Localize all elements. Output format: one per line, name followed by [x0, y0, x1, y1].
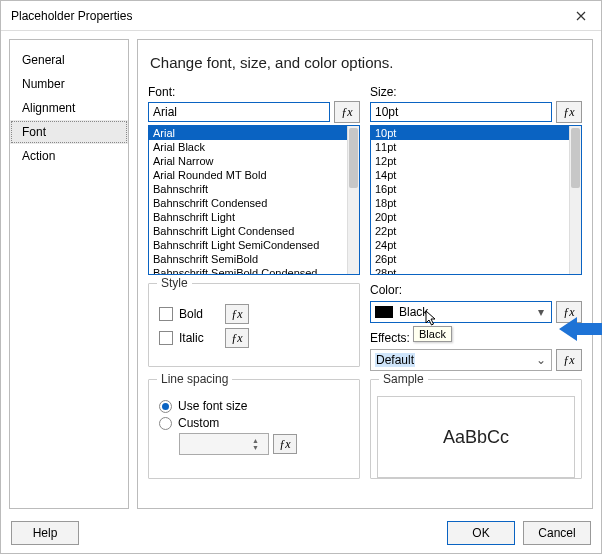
tooltip-text: Black	[419, 328, 446, 340]
button-label: OK	[472, 526, 489, 540]
color-combobox[interactable]: Black ▾ Black	[370, 301, 552, 323]
sidebar-item-general[interactable]: General	[10, 48, 128, 72]
dialog-footer: Help OK Cancel	[1, 513, 601, 553]
button-label: Cancel	[538, 526, 575, 540]
size-list-item[interactable]: 24pt	[371, 238, 569, 252]
font-list-item[interactable]: Bahnschrift Condensed	[149, 196, 347, 210]
font-list-item[interactable]: Bahnschrift	[149, 182, 347, 196]
sidebar-item-number[interactable]: Number	[10, 72, 128, 96]
style-group-label: Style	[157, 276, 192, 290]
scrollbar[interactable]	[347, 126, 359, 274]
size-list-item[interactable]: 11pt	[371, 140, 569, 154]
font-list-item[interactable]: Arial	[149, 126, 347, 140]
line-spacing-group: Line spacing Use font size Custom ▲▼	[148, 379, 360, 479]
close-icon	[576, 11, 586, 21]
italic-expression-button[interactable]: ƒx	[225, 328, 249, 348]
sample-text: AaBbCc	[443, 427, 509, 448]
bold-checkbox[interactable]	[159, 307, 173, 321]
scroll-thumb[interactable]	[349, 128, 358, 188]
font-column: Font: ƒx ArialArial BlackArial NarrowAri…	[148, 85, 360, 275]
chevron-down-icon: ▾	[533, 305, 549, 319]
color-swatch	[375, 306, 393, 318]
font-list-item[interactable]: Bahnschrift SemiBold Condensed	[149, 266, 347, 275]
size-list-item[interactable]: 12pt	[371, 154, 569, 168]
titlebar: Placeholder Properties	[1, 1, 601, 31]
style-color-row: Style Bold ƒx Italic ƒx	[148, 283, 582, 371]
size-list-item[interactable]: 10pt	[371, 126, 569, 140]
button-label: Help	[33, 526, 58, 540]
help-button[interactable]: Help	[11, 521, 79, 545]
size-list-item[interactable]: 14pt	[371, 168, 569, 182]
spacing-sample-row: Line spacing Use font size Custom ▲▼	[148, 379, 582, 479]
fx-icon: ƒx	[563, 105, 574, 120]
scrollbar[interactable]	[569, 126, 581, 274]
color-tooltip: Black	[413, 326, 452, 342]
sidebar-item-label: Alignment	[22, 101, 75, 115]
font-list-item[interactable]: Bahnschrift Light SemiCondensed	[149, 238, 347, 252]
fx-icon: ƒx	[341, 105, 352, 120]
sidebar: General Number Alignment Font Action	[9, 39, 129, 509]
sidebar-item-label: Number	[22, 77, 65, 91]
effects-value: Default	[375, 353, 415, 367]
size-list-item[interactable]: 20pt	[371, 210, 569, 224]
ok-button[interactable]: OK	[447, 521, 515, 545]
size-expression-button[interactable]: ƒx	[556, 101, 582, 123]
color-value: Black	[399, 305, 428, 319]
font-list-item[interactable]: Bahnschrift Light Condensed	[149, 224, 347, 238]
color-label: Color:	[370, 283, 582, 297]
sidebar-item-font[interactable]: Font	[10, 120, 128, 144]
size-list-item[interactable]: 26pt	[371, 252, 569, 266]
sidebar-item-label: General	[22, 53, 65, 67]
sample-group: Sample AaBbCc	[370, 379, 582, 479]
font-expression-button[interactable]: ƒx	[334, 101, 360, 123]
size-list-item[interactable]: 22pt	[371, 224, 569, 238]
cancel-button[interactable]: Cancel	[523, 521, 591, 545]
page-heading: Change font, size, and color options.	[150, 54, 580, 71]
style-group: Style Bold ƒx Italic ƒx	[148, 283, 360, 367]
use-font-size-radio[interactable]	[159, 400, 172, 413]
dialog-body: General Number Alignment Font Action Cha…	[1, 31, 601, 513]
sidebar-item-alignment[interactable]: Alignment	[10, 96, 128, 120]
sidebar-item-action[interactable]: Action	[10, 144, 128, 168]
size-input[interactable]	[370, 102, 552, 122]
custom-spacing-spinner[interactable]: ▲▼	[179, 433, 269, 455]
font-list-item[interactable]: Bahnschrift Light	[149, 210, 347, 224]
size-list-item[interactable]: 28pt	[371, 266, 569, 275]
size-list-item[interactable]: 16pt	[371, 182, 569, 196]
line-spacing-group-label: Line spacing	[157, 372, 232, 386]
sample-group-label: Sample	[379, 372, 428, 386]
font-list-item[interactable]: Bahnschrift SemiBold	[149, 252, 347, 266]
spacing-expression-button[interactable]: ƒx	[273, 434, 297, 454]
color-expression-button[interactable]: ƒx	[556, 301, 582, 323]
custom-label: Custom	[178, 416, 219, 430]
dialog-window: Placeholder Properties General Number Al…	[0, 0, 602, 554]
fx-icon: ƒx	[563, 305, 574, 320]
font-input[interactable]	[148, 102, 330, 122]
size-column: Size: ƒx 10pt11pt12pt14pt16pt18pt20pt22p…	[370, 85, 582, 275]
fx-icon: ƒx	[563, 353, 574, 368]
font-listbox[interactable]: ArialArial BlackArial NarrowArial Rounde…	[148, 125, 360, 275]
effects-combobox[interactable]: Default ⌄	[370, 349, 552, 371]
italic-label: Italic	[179, 331, 219, 345]
font-list-item[interactable]: Arial Black	[149, 140, 347, 154]
fx-icon: ƒx	[231, 307, 242, 322]
size-list-item[interactable]: 18pt	[371, 196, 569, 210]
font-list-item[interactable]: Arial Rounded MT Bold	[149, 168, 347, 182]
italic-checkbox[interactable]	[159, 331, 173, 345]
content-panel: Change font, size, and color options. Fo…	[137, 39, 593, 509]
size-listbox[interactable]: 10pt11pt12pt14pt16pt18pt20pt22pt24pt26pt…	[370, 125, 582, 275]
spinner-arrows-icon: ▲▼	[252, 437, 266, 451]
use-font-size-label: Use font size	[178, 399, 247, 413]
font-list-item[interactable]: Arial Narrow	[149, 154, 347, 168]
close-button[interactable]	[561, 1, 601, 31]
sample-preview: AaBbCc	[377, 396, 575, 478]
chevron-down-icon: ⌄	[533, 353, 549, 367]
bold-expression-button[interactable]: ƒx	[225, 304, 249, 324]
custom-radio[interactable]	[159, 417, 172, 430]
scroll-thumb[interactable]	[571, 128, 580, 188]
font-label: Font:	[148, 85, 360, 99]
effects-expression-button[interactable]: ƒx	[556, 349, 582, 371]
sidebar-item-label: Font	[22, 125, 46, 139]
effects-label: Effects:	[370, 331, 582, 345]
size-label: Size:	[370, 85, 582, 99]
